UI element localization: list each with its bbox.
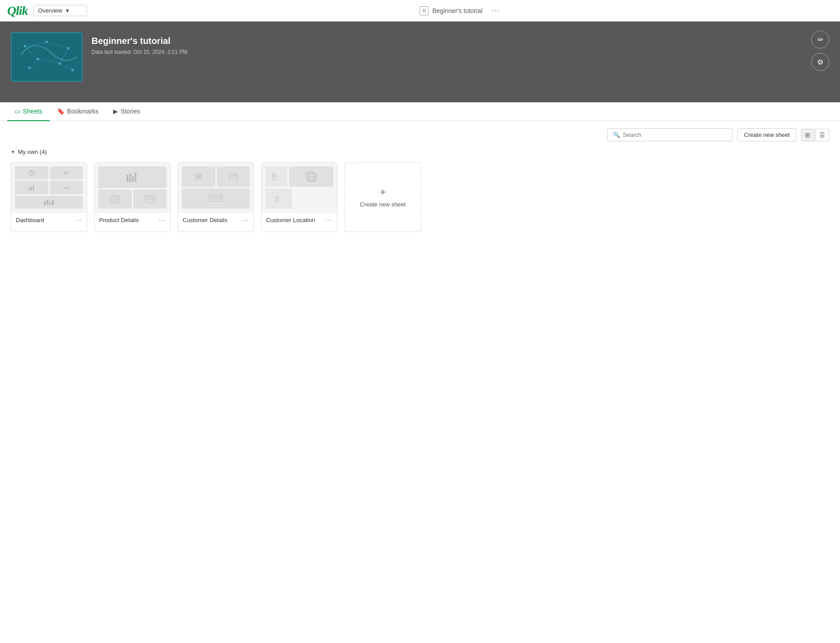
- svg-rect-0: [12, 33, 81, 81]
- tab-stories[interactable]: ▶ Stories: [106, 102, 148, 121]
- overview-dropdown[interactable]: Overview ▾: [33, 5, 87, 16]
- header-actions: ✏ ⚙: [811, 31, 829, 71]
- sheet-name-product-details: Product Details: [99, 217, 139, 223]
- tab-sheets[interactable]: ▭ Sheets: [7, 102, 50, 121]
- header-banner: Beginner's tutorial Data last loaded: Oc…: [0, 22, 840, 102]
- edit-button[interactable]: ✏: [811, 31, 829, 48]
- sheet-menu-customer-details[interactable]: ···: [242, 216, 249, 223]
- top-nav: Qlik Overview ▾ ⊟ Beginner's tutorial ··…: [0, 0, 840, 22]
- search-box[interactable]: 🔍: [607, 128, 733, 141]
- sheet-footer-dashboard: Dashboard ···: [11, 212, 87, 227]
- sheet-thumbnail-dashboard: #1: [11, 163, 87, 212]
- svg-rect-37: [229, 174, 237, 180]
- nav-more-button[interactable]: ···: [491, 7, 500, 15]
- sheet-footer-product-details: Product Details ···: [95, 212, 170, 227]
- sheet-thumbnail-customer-details: [178, 163, 254, 212]
- tab-bookmarks-label: Bookmarks: [67, 108, 99, 115]
- grid-view-button[interactable]: ⊞: [801, 129, 814, 141]
- tab-bookmarks[interactable]: 🔖 Bookmarks: [50, 102, 106, 121]
- create-new-sheet-button[interactable]: Create new sheet: [737, 128, 796, 141]
- nav-app-title: Beginner's tutorial: [432, 7, 482, 14]
- tabs-bar: ▭ Sheets 🔖 Bookmarks ▶ Stories: [0, 102, 840, 121]
- plus-icon: +: [380, 187, 386, 197]
- my-own-section-header[interactable]: ▼ My own (4): [11, 149, 829, 155]
- content-area: 🔍 Create new sheet ⊞ ☰ ▼ My own (4): [0, 121, 840, 239]
- svg-rect-20: [47, 200, 48, 205]
- settings-button[interactable]: ⚙: [811, 53, 829, 71]
- sheet-footer-customer-details: Customer Details ···: [178, 212, 254, 227]
- svg-rect-24: [129, 174, 131, 182]
- sheet-card-customer-details[interactable]: Customer Details ···: [178, 162, 254, 232]
- sheet-name-customer-location: Customer Location: [266, 217, 315, 223]
- tab-sheets-label: Sheets: [23, 108, 43, 115]
- sheet-thumbnail-customer-location: [262, 163, 337, 212]
- sheets-icon: ▭: [14, 108, 20, 115]
- svg-rect-22: [52, 200, 54, 205]
- sheet-menu-product-details[interactable]: ···: [159, 216, 166, 223]
- section-label: My own (4): [18, 149, 47, 155]
- svg-rect-25: [132, 176, 134, 182]
- app-title: Beginner's tutorial: [92, 36, 187, 46]
- create-new-sheet-card[interactable]: + Create new sheet: [345, 162, 421, 232]
- tab-stories-label: Stories: [121, 108, 140, 115]
- sheet-name-customer-details: Customer Details: [183, 217, 228, 223]
- view-toggle: ⊞ ☰: [801, 129, 829, 141]
- qlik-logo: Qlik: [7, 4, 28, 18]
- sheet-menu-customer-location[interactable]: ···: [326, 216, 332, 223]
- sheet-menu-dashboard[interactable]: ···: [75, 216, 82, 223]
- section-chevron-icon: ▼: [11, 149, 15, 154]
- app-nav-icon: ⊟: [420, 6, 429, 15]
- sheet-footer-customer-location: Customer Location ···: [262, 212, 337, 227]
- list-view-button[interactable]: ☰: [815, 129, 829, 141]
- sheets-grid: #1 Dashboard ···: [11, 162, 829, 232]
- app-thumbnail: [11, 32, 83, 82]
- svg-rect-21: [49, 202, 51, 205]
- svg-rect-23: [127, 175, 128, 182]
- svg-rect-51: [276, 196, 278, 201]
- search-icon: 🔍: [613, 131, 620, 138]
- sheet-card-product-details[interactable]: Product Details ···: [94, 162, 171, 232]
- svg-rect-16: [28, 188, 30, 191]
- svg-rect-26: [135, 173, 136, 182]
- pencil-icon: ✏: [818, 35, 823, 44]
- sheet-card-dashboard[interactable]: #1 Dashboard ···: [11, 162, 87, 232]
- create-new-sheet-label: Create new sheet: [360, 201, 406, 208]
- sheet-name-dashboard: Dashboard: [16, 217, 44, 223]
- app-info: Beginner's tutorial Data last loaded: Oc…: [92, 32, 187, 55]
- svg-rect-19: [44, 201, 46, 205]
- svg-rect-43: [273, 173, 276, 180]
- toolbar: 🔍 Create new sheet ⊞ ☰: [11, 128, 829, 141]
- grid-icon: ⊞: [805, 131, 810, 139]
- nav-center: ⊟ Beginner's tutorial ···: [87, 6, 833, 15]
- sheet-card-customer-location[interactable]: Customer Location ···: [261, 162, 337, 232]
- list-icon: ☰: [819, 131, 825, 139]
- svg-rect-40: [210, 195, 222, 201]
- sheet-thumbnail-product-details: [95, 163, 170, 212]
- chevron-down-icon: ▾: [66, 7, 69, 14]
- svg-rect-18: [33, 185, 34, 191]
- bookmark-icon: 🔖: [57, 108, 65, 115]
- svg-rect-17: [31, 186, 32, 191]
- data-loaded-label: Data last loaded: Oct 15, 2024, 3:21 PM: [92, 49, 187, 55]
- overview-label: Overview: [38, 7, 62, 14]
- gear-icon: ⚙: [817, 58, 823, 66]
- stories-icon: ▶: [113, 108, 118, 115]
- search-input[interactable]: [623, 131, 727, 138]
